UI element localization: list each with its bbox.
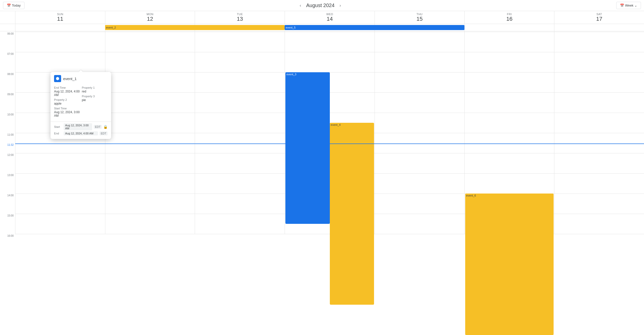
day-name-wed: Wed (285, 13, 375, 16)
day-num-tue: 13 (195, 16, 285, 22)
time-label-0800: 08:00 (0, 72, 15, 82)
toolbar-right: 📅 Week ⌄ (616, 2, 641, 9)
popup-anchor-triangle (79, 70, 83, 72)
popup-end-row-label: End (54, 132, 62, 135)
popup-end-time-value: Aug 12, 2024, 4:00 AM (54, 90, 80, 97)
allday-cells: event_2 event_5 (15, 24, 644, 31)
day-name-mon: Mon (105, 13, 195, 16)
popup-header: event_1 (51, 72, 111, 84)
popup-footer: Start Aug 12, 2024, 3:00 AM EDT 🔒 End Au… (51, 122, 111, 139)
time-label-1430 (0, 204, 15, 214)
week-view-button[interactable]: 📅 Week ⌄ (616, 2, 641, 9)
day-column-wed: event_3 event_4 (285, 31, 375, 234)
popup-end-row-time: Aug 12, 2024, 4:00 AM (64, 131, 98, 135)
popup-start-row: Start Aug 12, 2024, 3:00 AM EDT 🔒 (54, 123, 108, 130)
day-header-sun: Sun 11 (15, 11, 105, 24)
time-label-1500: 15:00 (0, 214, 15, 224)
popup-right-group: Property 1 red Property 3 pie (82, 86, 108, 119)
toolbar-left: 📅 Today (3, 2, 24, 9)
allday-event-event5[interactable]: event_5 (285, 25, 464, 30)
toolbar-center: ‹ August 2024 › (298, 2, 343, 9)
time-label-1000: 10:00 (0, 113, 15, 123)
popup-property3-value: pie (82, 98, 108, 102)
time-label-1100: 11:00 (0, 133, 15, 143)
popup-end-time-group: End Time Aug 12, 2024, 4:00 AM Property … (54, 86, 80, 119)
time-gutter-header (0, 11, 15, 24)
popup-title: event_1 (63, 77, 77, 81)
time-gutter: 01:00 02:00 03:00 04:00 05:00 06:00 07:0… (0, 31, 15, 234)
allday-event2-label: event_2 (106, 26, 116, 29)
allday-cell-5 (464, 24, 554, 31)
day-name-thu: Thu (375, 13, 464, 16)
calendar-container: Sun 11 Mon 12 Tue 13 Wed 14 Thu 15 Fri 1… (0, 11, 644, 335)
popup-event-icon (54, 75, 61, 82)
day-header-tue: Tue 13 (195, 11, 285, 24)
day-num-fri: 16 (465, 16, 554, 22)
time-label-0630 (0, 42, 15, 52)
time-label-1230 (0, 163, 15, 173)
event4-label: event_4 (331, 123, 341, 126)
time-label-1530 (0, 224, 15, 234)
day-header-mon: Mon 12 (105, 11, 195, 24)
popup-property1-value: red (82, 90, 108, 93)
day-num-wed: 14 (285, 16, 375, 22)
day-column-tue (195, 31, 285, 234)
month-title: August 2024 (306, 3, 334, 8)
day-column-thu (375, 31, 464, 234)
event-event4[interactable]: event_4 (330, 123, 374, 305)
next-button[interactable]: › (338, 2, 343, 9)
time-label-1330 (0, 183, 15, 194)
event-event6[interactable]: event_6 (465, 194, 554, 335)
day-name-fri: Fri (465, 13, 554, 16)
time-label-0600: 06:00 (0, 32, 15, 42)
allday-event5-label: event_5 (286, 26, 295, 29)
allday-cell-6 (554, 24, 644, 31)
time-label-1400: 14:00 (0, 194, 15, 204)
time-label-1300: 13:00 (0, 173, 15, 183)
popup-property1-label: Property 1 (82, 86, 108, 89)
allday-row: event_2 event_5 (0, 24, 644, 31)
today-label: Today (12, 4, 21, 7)
popup-start-time-label: Start Time (54, 107, 80, 110)
day-num-thu: 15 (375, 16, 464, 22)
day-name-sun: Sun (15, 13, 105, 16)
day-name-sat: Sat (554, 13, 644, 16)
popup-start-time-value: Aug 12, 2024, 3:00 AM (54, 110, 80, 117)
time-label-1600: 16:00 (0, 234, 15, 244)
popup-start-row-time: Aug 12, 2024, 3:00 AM (64, 123, 92, 130)
allday-cell-0 (15, 24, 105, 31)
day-header-fri: Fri 16 (464, 11, 554, 24)
popup-body: End Time Aug 12, 2024, 4:00 AM Property … (51, 84, 111, 122)
allday-gutter (0, 24, 15, 31)
day-num-sun: 11 (15, 16, 105, 22)
day-name-tue: Tue (195, 13, 285, 16)
popup-end-row-tz: EDT (100, 131, 108, 135)
popup-property2-value: apple (54, 102, 80, 105)
time-label-0900: 09:00 (0, 92, 15, 103)
calendar-icon-small: 📅 (620, 4, 624, 7)
calendar-icon: 📅 (7, 4, 11, 7)
time-label-0830 (0, 82, 15, 92)
today-button[interactable]: 📅 Today (3, 2, 24, 9)
toolbar: 📅 Today ‹ August 2024 › 📅 Week ⌄ (0, 0, 644, 11)
chevron-down-icon: ⌄ (634, 4, 637, 7)
event-event3[interactable]: event_3 (285, 72, 330, 224)
time-label-0730 (0, 62, 15, 72)
event3-label: event_3 (286, 73, 296, 76)
time-label-0700: 07:00 (0, 52, 15, 62)
day-header-wed: Wed 14 (285, 11, 375, 24)
popup-start-row-label: Start (54, 125, 62, 128)
event6-label: event_6 (466, 194, 476, 197)
day-header-sat: Sat 17 (554, 11, 644, 24)
cube-icon (56, 77, 60, 81)
time-label-1132: 11:32 (0, 143, 15, 153)
time-label-1630 (0, 244, 15, 254)
lock-icon: 🔒 (103, 125, 108, 129)
allday-event-event2[interactable]: event_2 (105, 25, 285, 30)
popup-end-time-label: End Time (54, 86, 80, 89)
prev-button[interactable]: ‹ (298, 2, 303, 9)
event-popup: event_1 End Time Aug 12, 2024, 4:00 AM P… (51, 72, 111, 139)
popup-end-row: End Aug 12, 2024, 4:00 AM EDT (54, 131, 108, 135)
day-header-thu: Thu 15 (375, 11, 464, 24)
popup-property2-label: Property 2 (54, 98, 80, 101)
